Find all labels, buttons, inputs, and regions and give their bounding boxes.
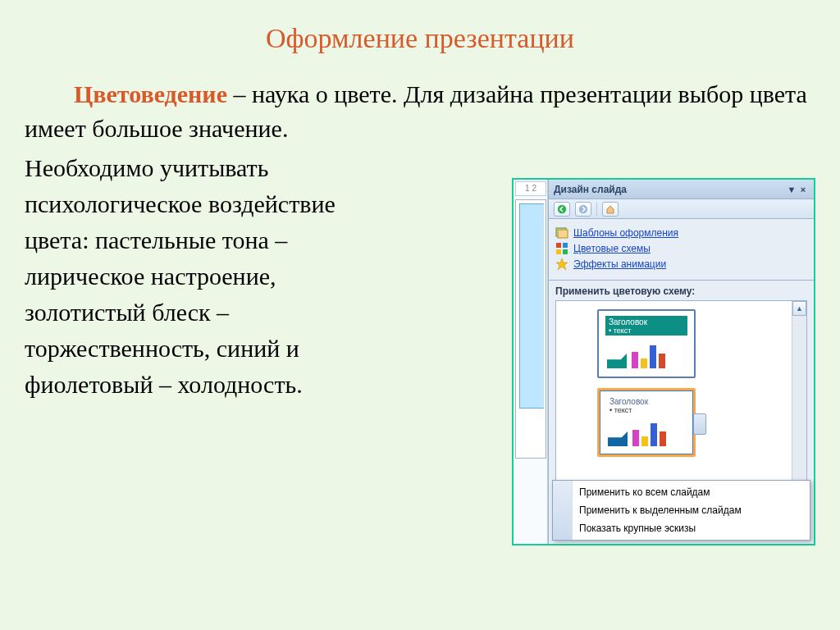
taskpane-titlebar: Дизайн слайда ▼ × [549, 180, 814, 199]
svg-rect-6 [556, 249, 561, 254]
link-design-templates[interactable]: Шаблоны оформления [555, 226, 807, 240]
svg-rect-7 [563, 249, 568, 254]
svg-point-1 [579, 204, 587, 212]
apply-scheme-label: Применить цветовую схему: [549, 281, 814, 300]
nav-forward-button[interactable] [575, 202, 591, 217]
mini-bar-chart [632, 422, 666, 446]
svg-marker-8 [556, 258, 568, 270]
context-menu: Применить ко всем слайдам Применить к вы… [552, 480, 810, 541]
line: цвета: пастельные тона – [25, 223, 504, 258]
slide-title: Оформление презентации [0, 0, 840, 54]
link-label: Эффекты анимации [573, 258, 666, 270]
svg-rect-4 [556, 243, 561, 248]
taskpane-screenshot: 1 2 Дизайн слайда ▼ × [512, 178, 815, 546]
scheme-header: Заголовок • текст [606, 395, 687, 413]
scroll-up-button[interactable]: ▲ [792, 301, 806, 316]
menu-show-large-previews[interactable]: Показать крупные эскизы [553, 519, 810, 537]
taskpane-nav [549, 199, 814, 219]
animation-icon [555, 258, 568, 271]
templates-icon [555, 226, 568, 240]
link-label: Цветовые схемы [573, 243, 651, 254]
slide-edge-sliver: 1 2 [514, 180, 548, 544]
menu-apply-all-slides[interactable]: Применить ко всем слайдам [553, 483, 810, 501]
link-label: Шаблоны оформления [573, 227, 678, 239]
line: золотистый блеск – [25, 295, 504, 330]
followup-paragraph: Необходимо учитывать психологическое воз… [25, 151, 504, 402]
scheme-header: Заголовок • текст [605, 316, 687, 336]
line: торжественность, синий и [25, 331, 504, 366]
ruler-fragment: 1 2 [515, 181, 546, 196]
arrow-shape-icon [608, 431, 628, 446]
color-scheme-thumbnail[interactable]: Заголовок • текст [597, 309, 696, 378]
svg-rect-3 [558, 230, 568, 238]
link-animation-effects[interactable]: Эффекты анимации [555, 258, 807, 271]
taskpane-links: Шаблоны оформления Цветовые схемы Эффект… [549, 219, 814, 281]
line: психологическое воздействие [25, 187, 504, 221]
line: лирическое настроение, [25, 259, 504, 294]
slide-canvas-edge [515, 199, 546, 459]
color-scheme-thumbnail-selected[interactable]: Заголовок • текст [597, 388, 696, 457]
term-highlighted: Цветоведение [74, 80, 227, 107]
nav-home-button[interactable] [602, 202, 619, 217]
line: фиолетовый – холодность. [25, 368, 504, 402]
intro-paragraph: Цветоведение – наука о цвете. Для дизайн… [25, 77, 812, 146]
taskpane-title-text: Дизайн слайда [554, 184, 627, 195]
arrow-shape-icon [607, 354, 627, 368]
design-taskpane: Дизайн слайда ▼ × Шаблоны оформления [548, 180, 814, 544]
link-color-schemes[interactable]: Цветовые схемы [555, 242, 807, 255]
menu-apply-selected-slides[interactable]: Применить к выделенным слайдам [553, 501, 810, 519]
color-schemes-icon [555, 242, 568, 255]
taskpane-menu-dropdown[interactable]: ▼ [786, 185, 797, 194]
svg-rect-5 [563, 243, 568, 248]
mini-bar-chart [632, 344, 665, 368]
close-icon[interactable]: × [797, 185, 809, 194]
line: Необходимо учитывать [25, 151, 504, 185]
nav-back-button[interactable] [554, 202, 570, 217]
svg-point-0 [558, 204, 566, 212]
